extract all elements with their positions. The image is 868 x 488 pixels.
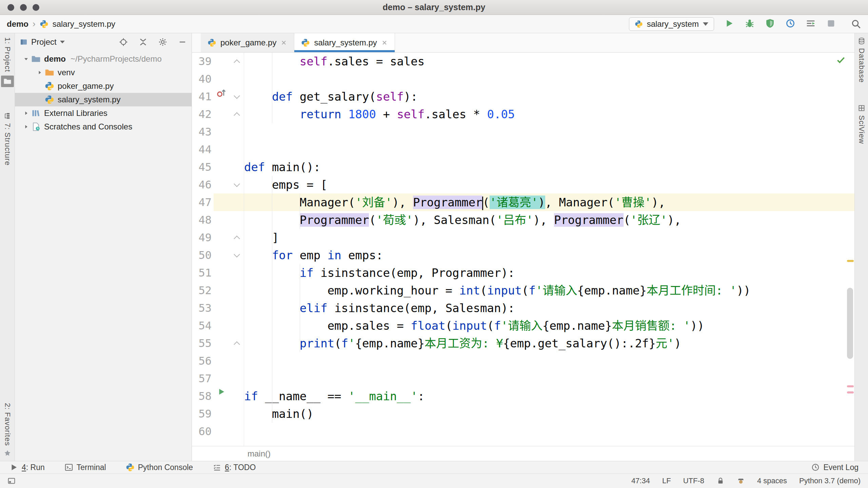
- fold-marker[interactable]: [229, 105, 244, 123]
- code-line[interactable]: 43: [192, 123, 854, 141]
- collapse-all-icon[interactable]: [139, 38, 147, 46]
- gear-icon[interactable]: [158, 38, 167, 46]
- tool-button-database[interactable]: Database: [857, 37, 866, 83]
- line-number[interactable]: 39: [192, 53, 214, 70]
- project-panel-title[interactable]: Project: [31, 37, 57, 47]
- fold-marker[interactable]: [229, 229, 244, 246]
- code-line[interactable]: 45def main():: [192, 158, 854, 176]
- line-number[interactable]: 46: [192, 176, 214, 194]
- chevron-right-icon[interactable]: [21, 123, 31, 130]
- close-window-icon[interactable]: [7, 4, 14, 11]
- overrides-method-icon[interactable]: [214, 88, 229, 98]
- tree-item-venv[interactable]: venv: [15, 66, 192, 79]
- profiler-button[interactable]: [785, 18, 795, 28]
- zoom-window-icon[interactable]: [33, 4, 39, 11]
- tool-button-project[interactable]: 1: Project: [1, 37, 14, 87]
- close-icon[interactable]: [280, 39, 287, 46]
- code-line[interactable]: 44: [192, 141, 854, 158]
- line-number[interactable]: 44: [192, 141, 214, 158]
- line-number[interactable]: 60: [192, 423, 214, 440]
- code-line[interactable]: 56: [192, 352, 854, 370]
- breadcrumb-project[interactable]: demo: [7, 19, 28, 29]
- line-number[interactable]: 41: [192, 88, 214, 105]
- code-line[interactable]: 60: [192, 423, 854, 440]
- code-line[interactable]: 57: [192, 370, 854, 387]
- toolwindow-button-run[interactable]: 4: Run: [9, 463, 45, 472]
- fold-marker[interactable]: [229, 176, 244, 194]
- stop-button[interactable]: [826, 18, 836, 28]
- line-number[interactable]: 49: [192, 229, 214, 246]
- chevron-down-icon[interactable]: [21, 56, 31, 62]
- tree-item-poker_game.py[interactable]: poker_game.py: [15, 79, 192, 93]
- line-number[interactable]: 58: [192, 387, 214, 405]
- editor-breadcrumb-main[interactable]: main(): [248, 449, 271, 459]
- code-line[interactable]: 48 Programmer('荀彧'), Salesman('吕布'), Pro…: [192, 211, 854, 229]
- coverage-button[interactable]: [765, 18, 775, 28]
- line-number[interactable]: 55: [192, 334, 214, 352]
- status-item-python-3.7-demo-[interactable]: Python 3.7 (demo): [799, 476, 861, 485]
- code-line[interactable]: 49 ]: [192, 229, 854, 246]
- fold-marker[interactable]: [229, 334, 244, 352]
- minimize-window-icon[interactable]: [20, 4, 27, 11]
- run-configuration-select[interactable]: salary_system: [629, 17, 714, 31]
- close-icon[interactable]: [381, 39, 388, 46]
- lock-icon[interactable]: [716, 477, 725, 485]
- code-line[interactable]: 41 def get_salary(self):: [192, 88, 854, 105]
- code-line[interactable]: 54 emp.sales = float(input(f'请输入{emp.nam…: [192, 317, 854, 334]
- tree-item-salary_system.py[interactable]: salary_system.py: [15, 93, 192, 106]
- tool-button-sciview[interactable]: SciView: [857, 104, 866, 144]
- toolwindow-button-todo[interactable]: 6: TODO: [213, 463, 256, 472]
- line-number[interactable]: 47: [192, 194, 214, 211]
- status-item-lf[interactable]: LF: [662, 476, 671, 485]
- debug-button[interactable]: [745, 18, 755, 28]
- chevron-right-icon[interactable]: [21, 110, 31, 117]
- fold-marker[interactable]: [229, 53, 244, 70]
- line-number[interactable]: 48: [192, 211, 214, 229]
- status-item-utf-8[interactable]: UTF-8: [683, 476, 704, 485]
- fold-marker[interactable]: [229, 88, 244, 105]
- toolwindow-button-terminal[interactable]: Terminal: [64, 463, 106, 472]
- line-number[interactable]: 53: [192, 299, 214, 317]
- toolwindow-toggle-icon[interactable]: [7, 477, 16, 485]
- line-number[interactable]: 51: [192, 264, 214, 282]
- breadcrumb-file[interactable]: salary_system.py: [53, 19, 115, 29]
- concurrency-button[interactable]: [806, 18, 816, 28]
- code-line[interactable]: 52 emp.working_hour = int(input(f'请输入{em…: [192, 282, 854, 299]
- chevron-right-icon[interactable]: [35, 69, 45, 76]
- tree-item-demo[interactable]: demo~/PycharmProjects/demo: [15, 52, 192, 66]
- code-line[interactable]: 46 emps = [: [192, 176, 854, 194]
- code-line[interactable]: 40: [192, 70, 854, 88]
- code-line[interactable]: 51 if isinstance(emp, Programmer):: [192, 264, 854, 282]
- tree-item-external-libraries[interactable]: External Libraries: [15, 106, 192, 120]
- status-item-4-spaces[interactable]: 4 spaces: [757, 476, 787, 485]
- editor[interactable]: 39 self.sales = sales4041 def get_salary…: [192, 53, 854, 446]
- run-button[interactable]: [724, 18, 734, 28]
- line-number[interactable]: 52: [192, 282, 214, 299]
- tool-button-favorites[interactable]: 2: Favorites: [3, 403, 12, 457]
- tab-salary_system.py[interactable]: salary_system.py: [294, 33, 395, 52]
- code-line[interactable]: 39 self.sales = sales: [192, 53, 854, 70]
- line-number[interactable]: 54: [192, 317, 214, 334]
- tree-item-scratches-and-consoles[interactable]: Scratches and Consoles: [15, 120, 192, 134]
- status-item-47-34[interactable]: 47:34: [631, 476, 650, 485]
- search-everywhere-icon[interactable]: [851, 19, 861, 29]
- code-line[interactable]: 55 print(f'{emp.name}本月工资为: ¥{emp.get_sa…: [192, 334, 854, 352]
- tab-poker_game.py[interactable]: poker_game.py: [201, 33, 294, 52]
- locate-file-icon[interactable]: [119, 38, 128, 46]
- toolwindow-button-event-log[interactable]: Event Log: [811, 463, 859, 472]
- line-number[interactable]: 56: [192, 352, 214, 370]
- toolwindow-button-python-console[interactable]: Python Console: [126, 463, 193, 472]
- fold-marker[interactable]: [229, 246, 244, 264]
- code-line[interactable]: 47 Manager('刘备'), Programmer('诸葛亮'), Man…: [192, 194, 854, 211]
- line-number[interactable]: 45: [192, 158, 214, 176]
- code-line[interactable]: 50 for emp in emps:: [192, 246, 854, 264]
- line-number[interactable]: 40: [192, 70, 214, 88]
- inspections-ok-icon[interactable]: [836, 55, 846, 65]
- code-line[interactable]: 53 elif isinstance(emp, Salesman):: [192, 299, 854, 317]
- editor-scrollbar[interactable]: [847, 288, 853, 359]
- line-number[interactable]: 42: [192, 105, 214, 123]
- line-number[interactable]: 59: [192, 405, 214, 423]
- line-number[interactable]: 43: [192, 123, 214, 141]
- hide-panel-icon[interactable]: [178, 38, 187, 46]
- code-line[interactable]: 59 main(): [192, 405, 854, 423]
